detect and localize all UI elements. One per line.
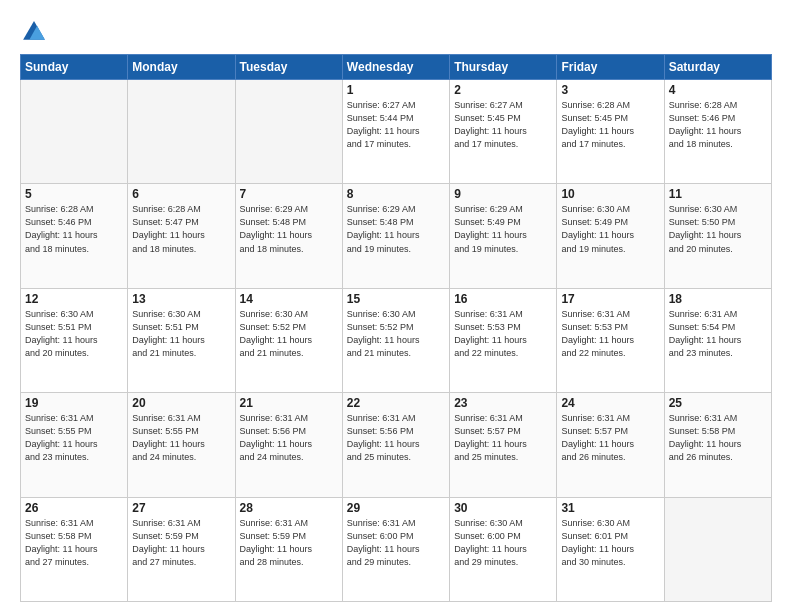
calendar-week-3: 12Sunrise: 6:30 AMSunset: 5:51 PMDayligh… xyxy=(21,288,772,392)
calendar-week-2: 5Sunrise: 6:28 AMSunset: 5:46 PMDaylight… xyxy=(21,184,772,288)
logo xyxy=(20,18,52,46)
calendar-day xyxy=(128,80,235,184)
day-info: Sunrise: 6:30 AMSunset: 5:52 PMDaylight:… xyxy=(240,308,338,360)
daylight-label: Daylight: 11 hours xyxy=(561,439,634,449)
sunrise-text: Sunrise: 6:30 AM xyxy=(561,204,630,214)
sunset-text: Sunset: 5:44 PM xyxy=(347,113,414,123)
sunset-text: Sunset: 5:58 PM xyxy=(25,531,92,541)
day-info: Sunrise: 6:27 AMSunset: 5:44 PMDaylight:… xyxy=(347,99,445,151)
day-number: 10 xyxy=(561,187,659,201)
calendar-day: 7Sunrise: 6:29 AMSunset: 5:48 PMDaylight… xyxy=(235,184,342,288)
sunrise-text: Sunrise: 6:31 AM xyxy=(25,413,94,423)
sunrise-text: Sunrise: 6:28 AM xyxy=(25,204,94,214)
sunset-text: Sunset: 5:48 PM xyxy=(347,217,414,227)
daylight-label: Daylight: 11 hours xyxy=(454,335,527,345)
day-info: Sunrise: 6:30 AMSunset: 5:52 PMDaylight:… xyxy=(347,308,445,360)
day-number: 18 xyxy=(669,292,767,306)
calendar-day: 16Sunrise: 6:31 AMSunset: 5:53 PMDayligh… xyxy=(450,288,557,392)
calendar-day: 11Sunrise: 6:30 AMSunset: 5:50 PMDayligh… xyxy=(664,184,771,288)
daylight-value: and 27 minutes. xyxy=(132,557,196,567)
daylight-label: Daylight: 11 hours xyxy=(132,335,205,345)
day-info: Sunrise: 6:31 AMSunset: 5:55 PMDaylight:… xyxy=(132,412,230,464)
sunrise-text: Sunrise: 6:31 AM xyxy=(454,413,523,423)
day-info: Sunrise: 6:28 AMSunset: 5:45 PMDaylight:… xyxy=(561,99,659,151)
sunrise-text: Sunrise: 6:29 AM xyxy=(347,204,416,214)
day-number: 14 xyxy=(240,292,338,306)
daylight-label: Daylight: 11 hours xyxy=(240,335,313,345)
day-number: 29 xyxy=(347,501,445,515)
calendar-day: 19Sunrise: 6:31 AMSunset: 5:55 PMDayligh… xyxy=(21,393,128,497)
daylight-label: Daylight: 11 hours xyxy=(347,335,420,345)
calendar-day xyxy=(235,80,342,184)
day-number: 17 xyxy=(561,292,659,306)
daylight-label: Daylight: 11 hours xyxy=(669,439,742,449)
sunrise-text: Sunrise: 6:31 AM xyxy=(240,413,309,423)
daylight-label: Daylight: 11 hours xyxy=(240,230,313,240)
calendar-day: 30Sunrise: 6:30 AMSunset: 6:00 PMDayligh… xyxy=(450,497,557,601)
sunset-text: Sunset: 5:59 PM xyxy=(240,531,307,541)
daylight-value: and 19 minutes. xyxy=(561,244,625,254)
daylight-label: Daylight: 11 hours xyxy=(347,439,420,449)
sunset-text: Sunset: 5:51 PM xyxy=(25,322,92,332)
sunrise-text: Sunrise: 6:31 AM xyxy=(132,413,201,423)
sunset-text: Sunset: 5:56 PM xyxy=(240,426,307,436)
daylight-label: Daylight: 11 hours xyxy=(240,439,313,449)
calendar-day: 1Sunrise: 6:27 AMSunset: 5:44 PMDaylight… xyxy=(342,80,449,184)
day-number: 13 xyxy=(132,292,230,306)
sunrise-text: Sunrise: 6:28 AM xyxy=(132,204,201,214)
day-info: Sunrise: 6:28 AMSunset: 5:46 PMDaylight:… xyxy=(25,203,123,255)
daylight-value: and 18 minutes. xyxy=(25,244,89,254)
sunrise-text: Sunrise: 6:30 AM xyxy=(132,309,201,319)
daylight-value: and 21 minutes. xyxy=(347,348,411,358)
sunset-text: Sunset: 5:55 PM xyxy=(25,426,92,436)
day-info: Sunrise: 6:31 AMSunset: 5:56 PMDaylight:… xyxy=(347,412,445,464)
sunrise-text: Sunrise: 6:31 AM xyxy=(347,518,416,528)
sunset-text: Sunset: 5:49 PM xyxy=(561,217,628,227)
sunset-text: Sunset: 5:59 PM xyxy=(132,531,199,541)
daylight-value: and 26 minutes. xyxy=(561,452,625,462)
daylight-label: Daylight: 11 hours xyxy=(347,230,420,240)
daylight-label: Daylight: 11 hours xyxy=(240,544,313,554)
sunset-text: Sunset: 5:46 PM xyxy=(669,113,736,123)
sunrise-text: Sunrise: 6:31 AM xyxy=(669,413,738,423)
daylight-value: and 18 minutes. xyxy=(669,139,733,149)
calendar-day: 10Sunrise: 6:30 AMSunset: 5:49 PMDayligh… xyxy=(557,184,664,288)
daylight-label: Daylight: 11 hours xyxy=(132,544,205,554)
day-number: 19 xyxy=(25,396,123,410)
sunrise-text: Sunrise: 6:31 AM xyxy=(132,518,201,528)
daylight-label: Daylight: 11 hours xyxy=(25,439,98,449)
calendar-day: 2Sunrise: 6:27 AMSunset: 5:45 PMDaylight… xyxy=(450,80,557,184)
daylight-value: and 25 minutes. xyxy=(347,452,411,462)
daylight-value: and 19 minutes. xyxy=(347,244,411,254)
day-info: Sunrise: 6:28 AMSunset: 5:47 PMDaylight:… xyxy=(132,203,230,255)
calendar-day: 12Sunrise: 6:30 AMSunset: 5:51 PMDayligh… xyxy=(21,288,128,392)
daylight-value: and 22 minutes. xyxy=(561,348,625,358)
sunset-text: Sunset: 5:45 PM xyxy=(454,113,521,123)
sunrise-text: Sunrise: 6:31 AM xyxy=(347,413,416,423)
sunset-text: Sunset: 5:52 PM xyxy=(347,322,414,332)
header xyxy=(20,18,772,46)
sunrise-text: Sunrise: 6:31 AM xyxy=(25,518,94,528)
daylight-value: and 23 minutes. xyxy=(669,348,733,358)
day-number: 6 xyxy=(132,187,230,201)
sunset-text: Sunset: 5:46 PM xyxy=(25,217,92,227)
day-number: 28 xyxy=(240,501,338,515)
sunrise-text: Sunrise: 6:31 AM xyxy=(561,309,630,319)
sunset-text: Sunset: 5:53 PM xyxy=(454,322,521,332)
logo-icon xyxy=(20,18,48,46)
calendar-day xyxy=(664,497,771,601)
day-number: 30 xyxy=(454,501,552,515)
daylight-value: and 21 minutes. xyxy=(240,348,304,358)
weekday-header-friday: Friday xyxy=(557,55,664,80)
day-info: Sunrise: 6:31 AMSunset: 5:58 PMDaylight:… xyxy=(25,517,123,569)
weekday-header-monday: Monday xyxy=(128,55,235,80)
daylight-label: Daylight: 11 hours xyxy=(132,439,205,449)
calendar-day xyxy=(21,80,128,184)
calendar-day: 23Sunrise: 6:31 AMSunset: 5:57 PMDayligh… xyxy=(450,393,557,497)
sunset-text: Sunset: 5:48 PM xyxy=(240,217,307,227)
daylight-value: and 30 minutes. xyxy=(561,557,625,567)
calendar-day: 22Sunrise: 6:31 AMSunset: 5:56 PMDayligh… xyxy=(342,393,449,497)
day-info: Sunrise: 6:30 AMSunset: 5:49 PMDaylight:… xyxy=(561,203,659,255)
day-info: Sunrise: 6:28 AMSunset: 5:46 PMDaylight:… xyxy=(669,99,767,151)
day-number: 23 xyxy=(454,396,552,410)
